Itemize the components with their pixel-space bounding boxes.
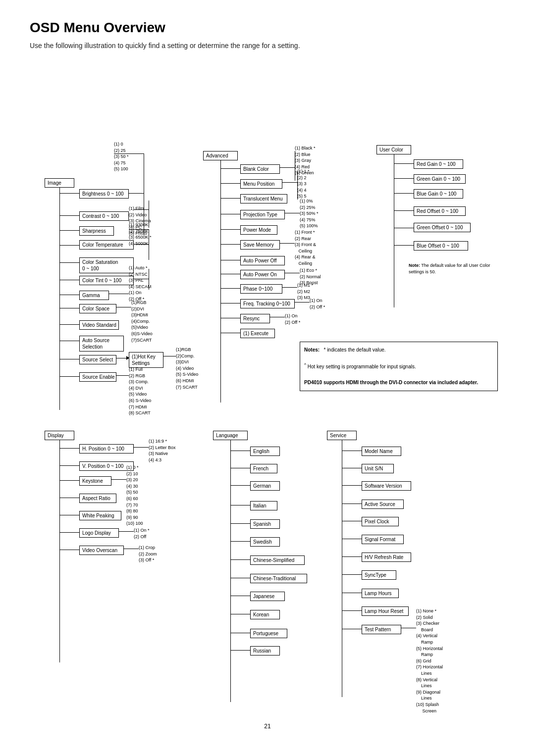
display-menu-box: Display	[45, 431, 74, 440]
service-menu-box: Service	[327, 431, 357, 440]
user-color-box: User Color	[376, 145, 411, 154]
unit-sn-box: Unit S/N	[362, 464, 394, 473]
page-number: 21	[30, 723, 505, 730]
green-offset-box: Green Offset 0 ~ 100	[414, 223, 471, 232]
v-position-box: V. Position 0 ~ 100	[79, 461, 134, 471]
french-box: French	[250, 464, 277, 473]
chinese-simp-box: Chinese-Simplified	[250, 555, 305, 565]
blue-offset-box: Blue Offset 0 ~ 100	[414, 241, 468, 251]
model-name-box: Model Name	[362, 447, 401, 456]
italian-box: Italian	[250, 501, 277, 510]
video-std-box: Video Standard	[79, 320, 119, 330]
german-box: German	[250, 481, 280, 491]
blank-color-box: Blank Color	[240, 164, 280, 174]
h-position-box: H. Position 0 ~ 100	[79, 444, 134, 454]
image-menu-box: Image	[45, 178, 74, 188]
contrast-box: Contrast 0 ~ 100	[79, 211, 129, 221]
spanish-box: Spanish	[250, 519, 280, 529]
auto-power-on-box: Auto Power On	[240, 270, 285, 279]
brightness-box: Brightness 0 ~ 100	[79, 189, 129, 199]
source-select-box: Source Select	[79, 355, 116, 364]
video-overscan-box: Video Overscan	[79, 546, 124, 555]
red-offset-box: Red Offset 0 ~ 100	[414, 206, 466, 216]
execute-box: (1) Execute	[240, 329, 275, 338]
sharpness-box: Sharpness	[79, 226, 114, 236]
white-peaking-box: White Peaking	[79, 511, 121, 520]
logo-display-box: Logo Display	[79, 528, 119, 538]
green-gain-box: Green Gain 0 ~ 100	[414, 174, 466, 184]
hv-refresh-box: H/V Refresh Rate	[362, 553, 411, 562]
chinese-trad-box: Chinese-Traditional	[250, 574, 307, 583]
swedish-box: Swedish	[250, 537, 280, 547]
english-box: English	[250, 447, 280, 456]
keystone-box: Keystone	[79, 476, 111, 486]
aspect-ratio-box: Aspect Ratio	[79, 494, 116, 503]
proj-type-box: Projection Type	[240, 210, 285, 219]
power-mode-box: Power Mode	[240, 225, 277, 235]
resync-box: Resync	[240, 314, 270, 323]
auto-source-box: Auto SourceSelection	[79, 336, 124, 352]
sync-type-box: SyncType	[362, 570, 396, 580]
color-temp-box: Color Temperature	[79, 240, 134, 250]
japanese-box: Japanese	[250, 592, 285, 601]
russian-box: Russian	[250, 646, 280, 655]
color-tint-box: Color Tint 0 ~ 100	[79, 276, 134, 285]
phase-box: Phase 0~100	[240, 284, 282, 294]
signal-format-box: Signal Format	[362, 535, 404, 544]
hot-key-box: (1)Hot KeySettings	[129, 352, 163, 368]
language-menu-box: Language	[213, 431, 248, 440]
color-sat-box: Color Saturation0 ~ 100	[79, 257, 134, 273]
korean-box: Korean	[250, 610, 280, 619]
portuguese-box: Portuguese	[250, 629, 287, 638]
page-title: OSD Menu Overview	[30, 20, 505, 36]
source-enable-box: Source Enable	[79, 372, 116, 382]
freq-tracking-box: Freq. Tracking 0~100	[240, 299, 295, 308]
advanced-menu-box: Advanced	[203, 151, 238, 160]
subtitle: Use the following illustration to quickl…	[30, 42, 505, 50]
red-gain-box: Red Gain 0 ~ 100	[414, 159, 463, 169]
auto-power-off-box: Auto Power Off	[240, 256, 285, 265]
test-pattern-box: Test Pattern	[362, 625, 401, 634]
color-space-box: Color Space	[79, 304, 116, 313]
blue-gain-box: Blue Gain 0 ~ 100	[414, 189, 463, 199]
lamp-hour-reset-box: Lamp Hour Reset	[362, 606, 409, 616]
lamp-hours-box: Lamp Hours	[362, 589, 399, 598]
save-memory-box: Save Memory	[240, 240, 280, 250]
pixel-clock-box: Pixel Clock	[362, 517, 399, 526]
translucent-menu-box: Translucent Menu	[240, 194, 287, 203]
notes-box: Notes: * indicates the default value. ^ …	[300, 342, 498, 391]
menu-position-box: Menu Position	[240, 179, 282, 189]
software-version-box: Software Version	[362, 481, 411, 491]
gamma-box: Gamma	[79, 291, 109, 300]
active-source-box: Active Source	[362, 500, 404, 509]
